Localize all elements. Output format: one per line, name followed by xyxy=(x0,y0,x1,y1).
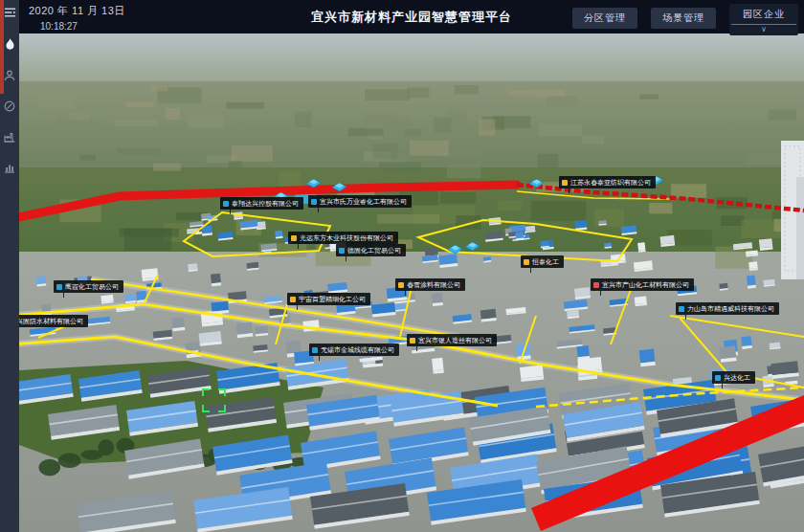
zone-management-button[interactable]: 分区管理 xyxy=(572,8,637,29)
map-3d-viewport[interactable]: 泰翔达兴控股有限公司宜兴市氏万业睿化工有限公司光远东方木业科技股份有限公司德固化… xyxy=(19,33,804,532)
company-marker-icon xyxy=(339,248,345,254)
map-company-label-1[interactable]: 宜兴市氏万业睿化工有限公司 xyxy=(308,195,412,208)
date-text: 2020 年 11 月 13日 xyxy=(29,4,125,18)
map-company-label-6[interactable]: 宜兴市产山化工材料有限公司 xyxy=(591,278,694,291)
top-bar: 2020 年 11 月 13日 10:18:27 宜兴市新材料产业园智慧管理平台… xyxy=(19,0,804,33)
factory-icon[interactable] xyxy=(0,125,19,148)
map-company-label-3[interactable]: 德固化工贸易公司 xyxy=(336,244,406,256)
company-name-text: 无锡市金城线缆有限公司 xyxy=(321,345,394,354)
company-marker-icon xyxy=(715,375,721,381)
sidebar-accent-strip xyxy=(0,0,4,94)
company-name-text: 光远东方木业科技股份有限公司 xyxy=(300,233,393,242)
map-company-label-14[interactable]: 兴达化工 xyxy=(712,371,755,384)
company-name-text: 宜兴市氏万业睿化工有限公司 xyxy=(320,197,407,206)
map-company-label-12[interactable]: 宜兴市银人造丝有限公司 xyxy=(407,334,497,346)
company-marker-icon xyxy=(290,297,296,302)
map-company-label-9[interactable]: 宜兴固防水材料有限公司 xyxy=(19,315,88,327)
company-marker-icon xyxy=(410,338,415,344)
map-company-label-2[interactable]: 光远东方木业科技股份有限公司 xyxy=(288,232,398,244)
map-company-label-13[interactable]: 无锡市金城线缆有限公司 xyxy=(309,344,399,356)
company-marker-icon xyxy=(56,284,62,290)
scene-management-button[interactable]: 场景管理 xyxy=(651,8,716,29)
top-buttons: 分区管理 场景管理 园区企业 ∨ xyxy=(572,4,798,35)
company-name-text: 江苏永春泰亚纺织有限公司 xyxy=(570,178,651,187)
park-enterprise-label: 园区企业 xyxy=(729,6,798,24)
map-company-label-4[interactable]: 江苏永春泰亚纺织有限公司 xyxy=(559,176,656,188)
company-name-text: 宇宙百盟精细化工公司 xyxy=(299,295,366,303)
map-company-label-7[interactable]: 力山岛市精遇威科技有限公司 xyxy=(676,302,779,315)
datetime: 2020 年 11 月 13日 10:18:27 xyxy=(29,4,125,32)
company-name-text: 宜兴市产山化工材料有限公司 xyxy=(602,280,689,289)
company-marker-icon xyxy=(291,235,297,241)
time-text: 10:18:27 xyxy=(40,21,125,32)
company-marker-icon xyxy=(311,199,317,205)
company-name-text: 泰翔达兴控股有限公司 xyxy=(232,199,299,208)
company-name-text: 宜兴市银人造丝有限公司 xyxy=(418,336,492,344)
company-marker-icon xyxy=(593,282,599,288)
company-marker-icon xyxy=(562,180,568,186)
page-title: 宜兴市新材料产业园智慧管理平台 xyxy=(311,9,512,26)
map-company-label-8[interactable]: 鹰霞化工贸易公司 xyxy=(54,280,123,293)
company-name-text: 宜兴固防水材料有限公司 xyxy=(19,317,83,325)
company-name-text: 力山岛市精遇威科技有限公司 xyxy=(687,304,774,313)
company-name-text: 春雪涂料有限公司 xyxy=(407,280,460,289)
gauge-icon[interactable] xyxy=(0,95,19,118)
company-name-text: 德固化工贸易公司 xyxy=(347,246,401,255)
company-marker-icon xyxy=(312,347,318,353)
company-marker-icon xyxy=(679,306,684,312)
horizon-haze xyxy=(19,33,804,86)
company-marker-icon xyxy=(223,201,229,207)
map-company-label-0[interactable]: 泰翔达兴控股有限公司 xyxy=(220,197,303,210)
map-company-label-11[interactable]: 宇宙百盟精细化工公司 xyxy=(287,293,370,305)
park-enterprise-dropdown[interactable]: 园区企业 ∨ xyxy=(729,4,798,35)
company-name-text: 兴达化工 xyxy=(724,373,750,382)
company-name-text: 鹰霞化工贸易公司 xyxy=(65,282,119,291)
map-company-label-5[interactable]: 恒泰化工 xyxy=(521,255,564,268)
company-marker-icon xyxy=(524,259,529,265)
company-marker-icon xyxy=(398,282,404,288)
bar-chart-icon[interactable] xyxy=(0,156,19,179)
company-name-text: 恒泰化工 xyxy=(532,257,559,266)
map-company-label-10[interactable]: 春雪涂料有限公司 xyxy=(395,278,465,291)
chevron-down-icon: ∨ xyxy=(729,25,798,34)
